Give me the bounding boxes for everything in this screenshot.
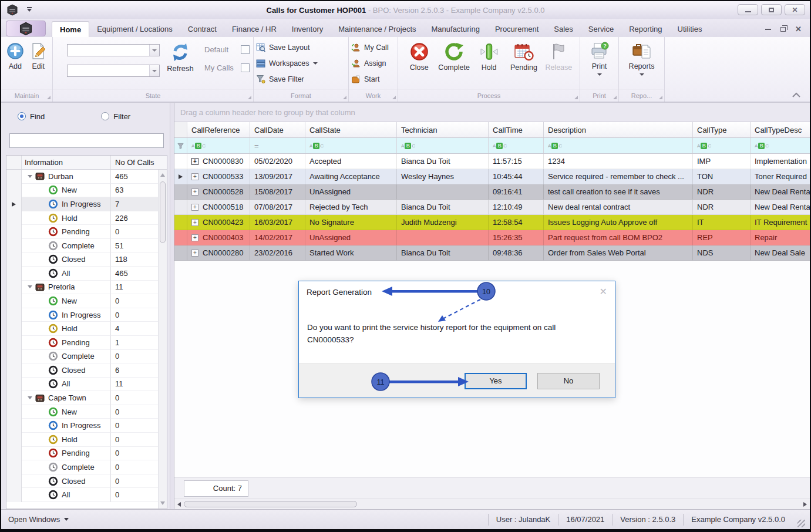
call-row-cn0000533[interactable]: +CN000053313/09/2017Awaiting AcceptanceW… — [174, 169, 810, 184]
column-header-calltime[interactable]: CallTime — [489, 122, 544, 137]
tab-contract[interactable]: Contract — [180, 21, 224, 37]
edit-button[interactable]: Edit — [28, 39, 49, 89]
mdi-close-icon[interactable]: ✕ — [795, 25, 802, 33]
reports-button[interactable]: Reports — [625, 39, 658, 89]
tree-item-all[interactable]: All0 — [6, 488, 167, 502]
tab-procurement[interactable]: Procurement — [487, 21, 546, 37]
expand-row-icon[interactable]: + — [191, 250, 198, 257]
column-header-technician[interactable]: Technician — [397, 122, 489, 137]
scrollbar-thumb[interactable] — [184, 501, 357, 507]
filter-cell-callreference[interactable]: ABC — [187, 138, 250, 153]
tree-item-closed[interactable]: Closed6 — [6, 363, 167, 378]
quick-access-caret-icon[interactable] — [27, 9, 32, 12]
find-radio[interactable]: Find — [18, 112, 45, 121]
call-row-cn0000423[interactable]: +CN000042316/03/2017No SignatureJudith M… — [174, 215, 810, 230]
complete-button[interactable]: Complete — [436, 39, 471, 89]
tab-manufacturing[interactable]: Manufacturing — [424, 21, 487, 37]
state-combo-1[interactable] — [67, 44, 160, 56]
open-windows-button[interactable]: Open Windows — [8, 515, 69, 524]
column-header-callstate[interactable]: CallState — [305, 122, 397, 137]
tree-item-durban[interactable]: Durban465 — [6, 170, 167, 184]
expand-arrow-icon[interactable] — [28, 175, 32, 178]
yes-button[interactable]: Yes — [465, 373, 527, 389]
group-dialog-launcher-icon[interactable] — [47, 96, 51, 99]
group-dialog-launcher-icon[interactable] — [248, 96, 251, 99]
column-header-calltypedesc[interactable]: CallTypeDesc — [751, 122, 810, 137]
expand-row-icon[interactable]: + — [191, 158, 198, 165]
minimize-button[interactable] — [738, 4, 758, 15]
tree-item-pending[interactable]: Pending1 — [6, 336, 167, 350]
mdi-restore-icon[interactable] — [780, 27, 786, 32]
tree-column-no-of-calls[interactable]: No Of Calls — [111, 156, 158, 169]
chevron-down-icon[interactable] — [149, 45, 159, 56]
tree-item-complete[interactable]: Complete51 — [6, 239, 167, 253]
close-call-button[interactable]: Close — [402, 39, 436, 89]
filter-cell-technician[interactable]: ABC — [397, 138, 489, 153]
filter-cell-calltype[interactable]: ABC — [693, 138, 751, 153]
filter-cell-calldate[interactable]: = — [250, 138, 305, 153]
no-button[interactable]: No — [537, 373, 600, 389]
tree-item-hold[interactable]: Hold4 — [6, 322, 167, 336]
workspaces-button[interactable]: Workspaces — [256, 55, 345, 71]
hold-button[interactable]: Hold — [472, 39, 506, 89]
tab-finance-hr[interactable]: Finance / HR — [224, 21, 284, 37]
my-call-button[interactable]: My Call — [351, 39, 394, 55]
tree-item-all[interactable]: All11 — [6, 378, 167, 392]
call-row-cn0000280[interactable]: +CN000028023/02/2016Started WorkBianca D… — [174, 245, 810, 261]
tree-item-pretoria[interactable]: Pretoria11 — [6, 281, 167, 295]
tab-inventory[interactable]: Inventory — [284, 21, 331, 37]
expand-row-icon[interactable]: + — [191, 219, 198, 226]
state-combo-2[interactable] — [67, 65, 160, 77]
resize-grip[interactable] — [797, 520, 805, 527]
tab-utilities[interactable]: Utilities — [670, 21, 710, 37]
tab-reporting[interactable]: Reporting — [621, 21, 669, 37]
tree-item-in-progress[interactable]: In Progress0 — [6, 308, 167, 322]
maximize-button[interactable] — [761, 4, 782, 15]
tree-item-new[interactable]: New63 — [6, 184, 167, 198]
group-dialog-launcher-icon[interactable] — [613, 96, 617, 99]
assign-button[interactable]: Assign — [351, 55, 394, 71]
call-row-cn0000403[interactable]: +CN000040314/02/2017UnAssigned15:26:35Pa… — [174, 230, 810, 245]
group-dialog-launcher-icon[interactable] — [574, 96, 578, 99]
tree-item-all[interactable]: All465 — [6, 267, 167, 281]
pending-button[interactable]: Pending — [506, 39, 541, 89]
tree-item-new[interactable]: New0 — [6, 294, 167, 308]
save-filter-button[interactable]: Save Filter — [256, 71, 345, 87]
tree-item-closed[interactable]: Closed0 — [6, 474, 167, 489]
tree-item-cape-town[interactable]: Cape Town0 — [6, 391, 167, 405]
tab-service[interactable]: Service — [581, 21, 621, 37]
call-row-cn0000830[interactable]: +CN000083005/02/2020AcceptedBianca Du To… — [174, 154, 810, 169]
group-dialog-launcher-icon[interactable] — [392, 96, 396, 99]
tree-column-information[interactable]: Information — [22, 156, 111, 169]
filter-cell-calltime[interactable]: ABC — [489, 138, 544, 153]
tab-home[interactable]: Home — [52, 21, 89, 37]
scroll-down-icon[interactable] — [160, 501, 165, 505]
release-button[interactable]: Release — [541, 39, 576, 89]
tree-item-pending[interactable]: Pending0 — [6, 225, 167, 239]
dialog-close-icon[interactable]: ✕ — [600, 287, 607, 297]
expand-row-icon[interactable]: + — [191, 234, 198, 241]
tree-item-closed[interactable]: Closed118 — [6, 252, 167, 267]
default-checkbox[interactable] — [241, 45, 250, 54]
filter-cell-callstate[interactable]: ABC — [305, 138, 397, 153]
scroll-up-icon[interactable] — [160, 173, 165, 177]
print-button[interactable]: ? Print — [584, 39, 615, 89]
tree-item-hold[interactable]: Hold0 — [6, 433, 167, 447]
group-dialog-launcher-icon[interactable] — [343, 96, 346, 99]
tree-vertical-scrollbar[interactable] — [158, 170, 167, 509]
call-row-cn0000528[interactable]: +CN000052815/08/2017UnAssigned09:16:41te… — [174, 184, 810, 200]
expand-row-icon[interactable]: + — [191, 188, 198, 196]
scroll-left-icon[interactable] — [177, 502, 181, 507]
start-button[interactable]: Start — [351, 71, 394, 87]
expand-arrow-icon[interactable] — [28, 396, 32, 399]
group-dialog-launcher-icon[interactable] — [659, 96, 662, 99]
column-header-description[interactable]: Description — [544, 122, 693, 137]
save-layout-button[interactable]: Save Layout — [256, 39, 345, 55]
close-button[interactable]: ✕ — [785, 4, 805, 15]
expand-row-icon[interactable]: + — [191, 173, 198, 180]
tree-item-complete[interactable]: Complete0 — [6, 350, 167, 364]
tab-sales[interactable]: Sales — [546, 21, 581, 37]
filter-funnel-icon[interactable] — [174, 138, 187, 153]
application-menu-button[interactable] — [6, 21, 46, 36]
filter-radio[interactable]: Filter — [101, 112, 130, 121]
